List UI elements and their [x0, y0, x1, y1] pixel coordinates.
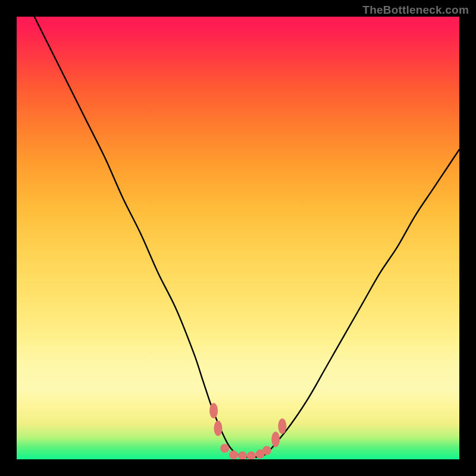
data-marker: [247, 452, 256, 459]
bottleneck-chart-svg: [17, 17, 459, 459]
data-marker: [214, 421, 223, 436]
data-marker: [209, 403, 218, 418]
data-marker: [238, 452, 247, 459]
chart-frame: TheBottleneck.com: [0, 0, 476, 476]
bottleneck-curve: [35, 17, 459, 458]
plot-area: [17, 17, 459, 459]
watermark-text: TheBottleneck.com: [362, 4, 469, 17]
marker-group: [209, 403, 286, 459]
data-marker: [271, 432, 280, 447]
data-marker: [278, 418, 286, 434]
data-marker: [262, 446, 271, 455]
data-marker: [229, 450, 238, 459]
data-marker: [220, 444, 229, 453]
